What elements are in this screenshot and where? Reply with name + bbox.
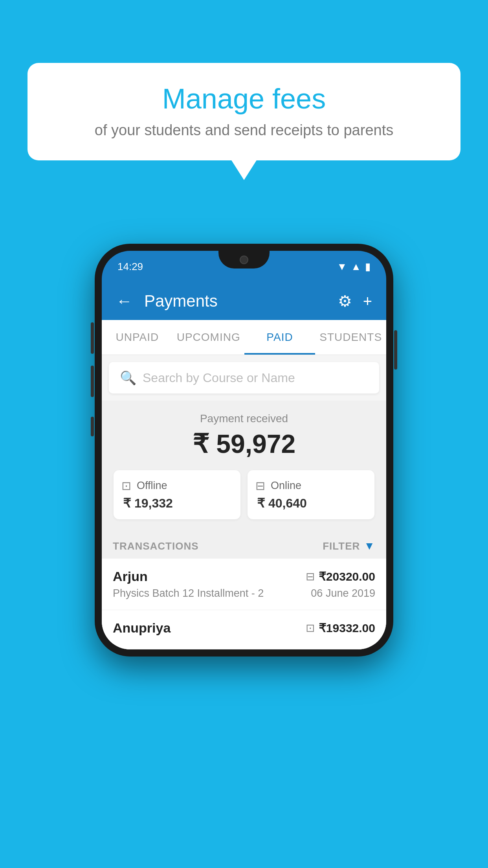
transaction-amount: ₹19332.00 [319, 621, 375, 635]
tab-paid[interactable]: PAID [244, 320, 316, 355]
online-card-header: ⊟ Online [255, 479, 301, 493]
filter-button[interactable]: FILTER ▼ [323, 540, 375, 552]
tab-upcoming[interactable]: UPCOMING [173, 320, 244, 355]
status-bar: 14:29 ▼ ▲ ▮ [102, 251, 386, 282]
bubble-subtitle: of your students and send receipts to pa… [51, 122, 437, 139]
back-button[interactable]: ← [116, 292, 132, 311]
offline-amount: ₹ 19,332 [121, 496, 173, 511]
search-bar[interactable]: 🔍 Search by Course or Name [109, 362, 379, 394]
offline-icon: ⊡ [121, 479, 131, 493]
speech-bubble: Manage fees of your students and send re… [28, 63, 460, 160]
phone-outer: 14:29 ▼ ▲ ▮ ← Payments ⚙ + [95, 244, 393, 657]
student-name: Anupriya [113, 620, 171, 636]
header-icons: ⚙ + [338, 292, 372, 310]
transactions-label: TRANSACTIONS [113, 540, 199, 552]
payment-cards: ⊡ Offline ₹ 19,332 ⊟ Online ₹ 40,640 [114, 470, 374, 519]
table-row[interactable]: Anupriya ⊡ ₹19332.00 [102, 610, 386, 649]
phone-screen: ← Payments ⚙ + UNPAID UPCOMING PAID STUD… [102, 282, 386, 649]
phone-notch [218, 251, 270, 268]
phone-side-button-right [394, 330, 397, 370]
student-name: Arjun [113, 569, 148, 584]
online-card: ⊟ Online ₹ 40,640 [248, 470, 374, 519]
transaction-top: Arjun ⊟ ₹20320.00 [113, 569, 375, 584]
payment-summary: Payment received ₹ 59,972 ⊡ Offline ₹ 19… [102, 401, 386, 530]
offline-card-header: ⊡ Offline [121, 479, 167, 493]
online-label: Online [271, 480, 301, 492]
table-row[interactable]: Arjun ⊟ ₹20320.00 Physics Batch 12 Insta… [102, 559, 386, 610]
online-amount: ₹ 40,640 [255, 496, 307, 511]
status-time: 14:29 [117, 261, 143, 273]
transactions-header: TRANSACTIONS FILTER ▼ [102, 530, 386, 559]
settings-icon[interactable]: ⚙ [338, 292, 352, 310]
tabs-bar: UNPAID UPCOMING PAID STUDENTS [102, 320, 386, 355]
payment-type-icon: ⊟ [306, 570, 315, 583]
filter-label: FILTER [323, 540, 360, 552]
phone-side-vol-up [91, 322, 94, 354]
course-name: Physics Batch 12 Installment - 2 [113, 587, 264, 600]
app-header: ← Payments ⚙ + [102, 282, 386, 320]
bubble-title: Manage fees [51, 83, 437, 115]
filter-icon: ▼ [364, 540, 375, 552]
signal-icon: ▲ [351, 261, 361, 273]
battery-icon: ▮ [365, 261, 371, 273]
page-title: Payments [144, 292, 326, 311]
search-icon: 🔍 [120, 370, 136, 386]
payment-received-label: Payment received [110, 412, 378, 425]
wifi-icon: ▼ [337, 261, 347, 273]
phone-side-power [91, 417, 94, 436]
offline-card: ⊡ Offline ₹ 19,332 [114, 470, 240, 519]
transaction-amount: ₹20320.00 [319, 570, 375, 583]
status-icons: ▼ ▲ ▮ [337, 261, 371, 273]
payment-type-icon: ⊡ [306, 622, 315, 634]
total-amount: ₹ 59,972 [110, 429, 378, 459]
phone-mockup: 14:29 ▼ ▲ ▮ ← Payments ⚙ + [95, 244, 393, 657]
tab-students[interactable]: STUDENTS [315, 320, 386, 355]
transaction-date: 06 June 2019 [311, 587, 375, 600]
add-button[interactable]: + [363, 292, 372, 310]
camera-dot [240, 256, 248, 264]
tab-unpaid[interactable]: UNPAID [102, 320, 173, 355]
search-input[interactable]: Search by Course or Name [143, 371, 295, 385]
amount-wrap: ⊟ ₹20320.00 [306, 570, 375, 583]
transaction-top: Anupriya ⊡ ₹19332.00 [113, 620, 375, 636]
offline-label: Offline [137, 480, 167, 492]
phone-side-vol-down [91, 366, 94, 397]
online-icon: ⊟ [255, 479, 265, 493]
transaction-bottom: Physics Batch 12 Installment - 2 06 June… [113, 587, 375, 600]
amount-wrap: ⊡ ₹19332.00 [306, 621, 375, 635]
